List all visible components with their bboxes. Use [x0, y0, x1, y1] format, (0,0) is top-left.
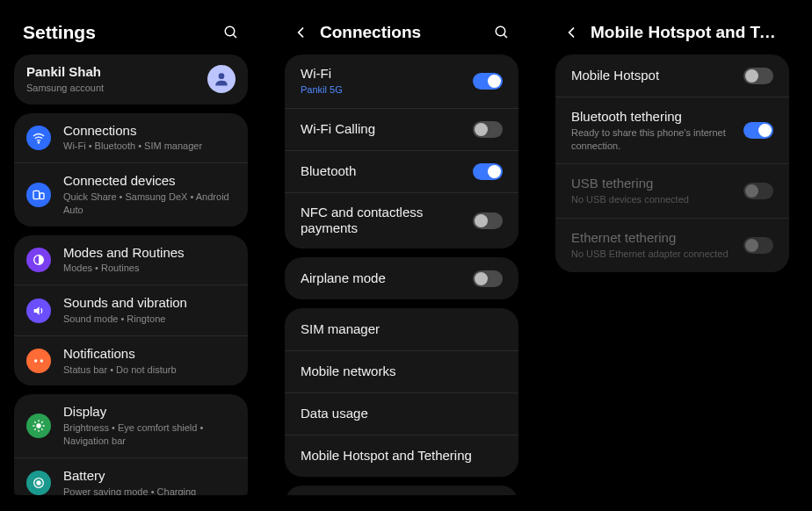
- item-title: Bluetooth tethering: [571, 109, 743, 126]
- connection-item[interactable]: More connection settings: [285, 486, 518, 495]
- page-title: Settings: [21, 22, 221, 43]
- toggle-switch[interactable]: [473, 121, 503, 138]
- item-title: USB tethering: [571, 176, 743, 192]
- item-sub: Brightness • Eye comfort shield • Naviga…: [63, 421, 236, 448]
- svg-rect-5: [40, 193, 44, 199]
- header: Connections: [279, 16, 524, 54]
- account-name: Pankil Shah: [26, 64, 207, 81]
- item-title: Display: [63, 404, 236, 421]
- item-title: Data usage: [301, 406, 503, 422]
- toggle-switch[interactable]: [743, 68, 773, 84]
- item-sub: Wi-Fi • Bluetooth • SIM manager: [63, 140, 236, 153]
- item-title: Mobile networks: [301, 363, 503, 380]
- connection-item[interactable]: Wi-Fi Calling: [285, 108, 518, 150]
- svg-line-1: [233, 34, 236, 38]
- item-title: Connections: [63, 123, 236, 140]
- connection-item[interactable]: Mobile networks: [285, 350, 518, 392]
- item-title: Notifications: [63, 346, 236, 363]
- item-title: Wi-Fi: [301, 66, 473, 83]
- toggle-switch[interactable]: [473, 163, 503, 180]
- battery-icon: [26, 471, 51, 495]
- search-icon[interactable]: [492, 23, 511, 42]
- toggle-switch: [743, 237, 773, 254]
- item-title: Sounds and vibration: [63, 295, 236, 312]
- item-title: Ethernet tethering: [571, 230, 743, 247]
- svg-point-20: [496, 26, 505, 36]
- settings-item[interactable]: Connected devices Quick Share • Samsung …: [14, 162, 248, 226]
- toggle-switch[interactable]: [743, 122, 773, 139]
- tether-item[interactable]: Bluetooth tetheringReady to share this p…: [555, 97, 789, 163]
- tether-item: USB tetheringNo USB devices connected: [555, 163, 789, 218]
- display-icon: [26, 414, 51, 438]
- item-sub: Status bar • Do not disturb: [63, 363, 236, 377]
- svg-line-21: [504, 34, 507, 38]
- settings-item[interactable]: Modes and Routines Modes • Routines: [14, 235, 248, 285]
- toggle-switch: [743, 183, 773, 199]
- connection-item[interactable]: Wi-FiPankil 5G: [285, 54, 518, 108]
- item-sub: No USB devices connected: [571, 193, 743, 206]
- tether-item[interactable]: Mobile Hotspot: [555, 54, 789, 97]
- item-title: Modes and Routines: [63, 245, 236, 262]
- connection-item[interactable]: Data usage: [285, 392, 518, 435]
- item-title: Airplane mode: [301, 270, 473, 287]
- settings-item[interactable]: Notifications Status bar • Do not distur…: [14, 335, 248, 386]
- connections-screen: Connections Wi-FiPankil 5GWi-Fi CallingB…: [279, 16, 524, 495]
- settings-item[interactable]: Display Brightness • Eye comfort shield …: [14, 394, 248, 457]
- item-title: Mobile Hotspot: [571, 68, 743, 84]
- item-sub: Pankil 5G: [301, 83, 473, 97]
- search-icon[interactable]: [221, 23, 241, 42]
- back-icon[interactable]: [562, 23, 582, 42]
- account-sub: Samsung account: [26, 82, 207, 95]
- item-title: Bluetooth: [301, 163, 473, 180]
- svg-point-7: [34, 359, 37, 362]
- svg-point-9: [36, 423, 40, 428]
- svg-point-0: [225, 26, 235, 36]
- svg-point-19: [37, 481, 40, 485]
- item-sub: Power saving mode • Charging: [63, 486, 236, 495]
- devices-icon: [26, 183, 51, 207]
- hotspot-screen: Mobile Hotspot and Tether... Mobile Hots…: [550, 16, 794, 495]
- item-sub: Sound mode • Ringtone: [63, 313, 236, 326]
- item-sub: Ready to share this phone's internet con…: [571, 126, 743, 153]
- svg-line-17: [41, 421, 42, 422]
- item-title: SIM manager: [301, 321, 503, 338]
- item-title: Connected devices: [63, 173, 236, 190]
- svg-point-3: [38, 142, 39, 143]
- item-sub: No USB Ethernet adapter connected: [571, 248, 743, 261]
- settings-item[interactable]: Connections Wi-Fi • Bluetooth • SIM mana…: [14, 113, 248, 163]
- item-title: Mobile Hotspot and Tethering: [301, 448, 503, 464]
- item-title: NFC and contactless payments: [301, 205, 473, 238]
- modes-icon: [26, 248, 51, 272]
- back-icon[interactable]: [292, 23, 311, 42]
- notif-icon: [26, 349, 51, 373]
- toggle-switch[interactable]: [473, 212, 503, 229]
- connection-item[interactable]: SIM manager: [285, 308, 518, 350]
- connection-item[interactable]: Mobile Hotspot and Tethering: [285, 435, 518, 477]
- settings-screen: Settings Pankil Shah Samsung account Con…: [9, 16, 253, 495]
- toggle-switch[interactable]: [473, 270, 503, 287]
- connection-item[interactable]: Bluetooth: [285, 150, 518, 192]
- svg-line-16: [34, 428, 35, 429]
- header: Mobile Hotspot and Tether...: [550, 16, 794, 54]
- sound-icon: [26, 299, 51, 323]
- tether-item: Ethernet tetheringNo USB Ethernet adapte…: [555, 218, 789, 272]
- page-title: Mobile Hotspot and Tether...: [591, 23, 782, 42]
- svg-line-15: [41, 428, 42, 429]
- connection-item[interactable]: NFC and contactless payments: [285, 192, 518, 249]
- connection-item[interactable]: Airplane mode: [285, 257, 518, 299]
- account-card[interactable]: Pankil Shah Samsung account: [14, 54, 248, 104]
- settings-item[interactable]: Battery Power saving mode • Charging: [14, 457, 248, 495]
- toggle-switch[interactable]: [473, 73, 503, 90]
- page-title: Connections: [320, 23, 492, 42]
- item-sub: Quick Share • Samsung DeX • Android Auto: [63, 191, 236, 217]
- item-sub: Modes • Routines: [63, 262, 236, 275]
- svg-point-8: [40, 359, 43, 362]
- svg-point-2: [219, 74, 225, 80]
- svg-line-14: [34, 421, 35, 422]
- header: Settings: [9, 16, 253, 54]
- avatar-icon: [207, 65, 236, 93]
- item-title: Wi-Fi Calling: [301, 121, 473, 138]
- settings-item[interactable]: Sounds and vibration Sound mode • Ringto…: [14, 284, 248, 335]
- wifi-icon: [26, 126, 51, 150]
- svg-rect-4: [33, 191, 40, 198]
